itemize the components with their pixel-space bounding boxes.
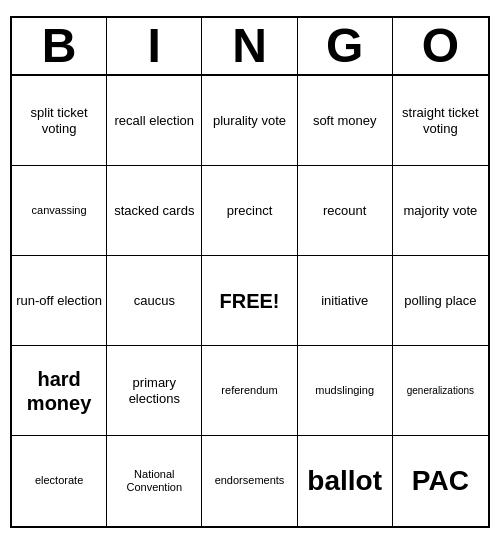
bingo-grid: split ticket votingrecall electionplural… <box>12 76 488 526</box>
bingo-cell: ballot <box>298 436 393 526</box>
bingo-header: BINGO <box>12 18 488 76</box>
cell-text: split ticket voting <box>16 105 102 136</box>
cell-text: primary elections <box>111 375 197 406</box>
cell-text: precinct <box>227 203 273 219</box>
bingo-cell: mudslinging <box>298 346 393 436</box>
bingo-cell: initiative <box>298 256 393 346</box>
header-letter: G <box>298 18 393 74</box>
header-letter: B <box>12 18 107 74</box>
bingo-cell: endorsements <box>202 436 297 526</box>
bingo-cell: caucus <box>107 256 202 346</box>
cell-text: initiative <box>321 293 368 309</box>
cell-text: generalizations <box>407 385 474 397</box>
header-letter: I <box>107 18 202 74</box>
bingo-cell: recount <box>298 166 393 256</box>
cell-text: ballot <box>307 464 382 498</box>
bingo-cell: split ticket voting <box>12 76 107 166</box>
bingo-cell: stacked cards <box>107 166 202 256</box>
bingo-cell: run-off election <box>12 256 107 346</box>
bingo-card: BINGO split ticket votingrecall election… <box>10 16 490 528</box>
cell-text: FREE! <box>219 289 279 313</box>
cell-text: canvassing <box>32 204 87 217</box>
bingo-cell: straight ticket voting <box>393 76 488 166</box>
cell-text: mudslinging <box>315 384 374 397</box>
bingo-cell: PAC <box>393 436 488 526</box>
cell-text: run-off election <box>16 293 102 309</box>
bingo-cell: canvassing <box>12 166 107 256</box>
cell-text: straight ticket voting <box>397 105 484 136</box>
bingo-cell: primary elections <box>107 346 202 436</box>
bingo-cell: polling place <box>393 256 488 346</box>
cell-text: recount <box>323 203 366 219</box>
header-letter: O <box>393 18 488 74</box>
cell-text: endorsements <box>215 474 285 487</box>
bingo-cell: majority vote <box>393 166 488 256</box>
cell-text: stacked cards <box>114 203 194 219</box>
bingo-cell: electorate <box>12 436 107 526</box>
bingo-cell: National Convention <box>107 436 202 526</box>
cell-text: majority vote <box>404 203 478 219</box>
bingo-cell: generalizations <box>393 346 488 436</box>
bingo-cell: hard money <box>12 346 107 436</box>
bingo-cell: plurality vote <box>202 76 297 166</box>
cell-text: caucus <box>134 293 175 309</box>
cell-text: electorate <box>35 474 83 487</box>
bingo-cell: referendum <box>202 346 297 436</box>
cell-text: PAC <box>412 464 469 498</box>
cell-text: plurality vote <box>213 113 286 129</box>
cell-text: recall election <box>115 113 195 129</box>
bingo-cell: soft money <box>298 76 393 166</box>
cell-text: National Convention <box>111 468 197 494</box>
cell-text: hard money <box>16 367 102 415</box>
cell-text: soft money <box>313 113 377 129</box>
cell-text: referendum <box>221 384 277 397</box>
cell-text: polling place <box>404 293 476 309</box>
header-letter: N <box>202 18 297 74</box>
bingo-cell: recall election <box>107 76 202 166</box>
bingo-cell: precinct <box>202 166 297 256</box>
bingo-cell: FREE! <box>202 256 297 346</box>
